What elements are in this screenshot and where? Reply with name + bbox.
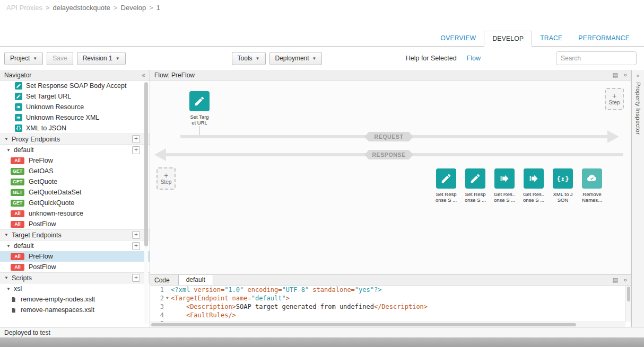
navigator-item-postflow[interactable]: AllPostFlow (0, 219, 150, 229)
group-xsl[interactable]: ▼xsl (0, 283, 150, 294)
save-button[interactable]: Save (47, 52, 73, 65)
item-label: unknown-resource (29, 210, 83, 217)
navigator-policy-unknown-resource[interactable]: Unknown Resource (0, 102, 150, 112)
navigator-item-preflow[interactable]: AllPreFlow (0, 155, 150, 166)
expand-panel-icon[interactable]: « (637, 73, 640, 78)
navigator-policy-set-response-soap-body-accept[interactable]: Set Response SOAP Body Accept (0, 81, 150, 91)
navigator-scrollbar[interactable] (144, 82, 148, 324)
tab-trace[interactable]: TRACE (532, 31, 570, 46)
collapse-down-icon[interactable]: « (622, 73, 628, 76)
help-for-selected-label: Help for Selected (406, 55, 457, 62)
method-badge: GET (11, 179, 24, 185)
code-line[interactable]: 2▼<TargetEndpoint name="default"> (150, 294, 631, 302)
plus-icon: + (612, 93, 616, 100)
section-scripts[interactable]: ▼Scripts+ (0, 272, 150, 283)
item-label: PostFlow (29, 220, 56, 228)
flow-step-arrow[interactable]: Get Res..onse S ... (491, 168, 518, 203)
chevron-down-icon: ▼ (116, 56, 120, 61)
breadcrumb-item-develop[interactable]: Develop (121, 4, 146, 12)
navigator-policy-set-target-url[interactable]: Set Target URL (0, 91, 150, 102)
code-lines: 1<?xml version="1.0" encoding="UTF-8" st… (150, 286, 631, 327)
code-text: <TargetEndpoint name="default"> (171, 294, 290, 302)
step-label: Get Res..onse S ... (494, 191, 515, 203)
flow-step-arrow[interactable]: Get Res..onse S ... (520, 168, 547, 203)
request-steps: Set Target URL (186, 91, 213, 126)
navigator-item-getquote[interactable]: GETGetQuote (0, 176, 150, 187)
navigator-item-remove-namespaces-xslt[interactable]: remove-namespaces.xslt (0, 305, 150, 315)
code-text: <?xml version="1.0" encoding="UTF-8" sta… (171, 286, 381, 294)
add-icon[interactable]: + (132, 146, 140, 154)
add-icon[interactable]: + (132, 135, 140, 143)
flow-step-check[interactable]: RemoveNames... (578, 168, 606, 203)
navigator-item-getquickquote[interactable]: GETGetQuickQuote (0, 198, 150, 208)
method-badge: All (11, 157, 24, 164)
flow-header: Flow: PreFlow ▤ « (150, 70, 631, 81)
navigator-item-postflow[interactable]: AllPostFlow (0, 262, 150, 272)
code-text: <FaultRules/> (171, 311, 236, 319)
navigator-item-remove-empty-nodes-xslt[interactable]: remove-empty-nodes.xslt (0, 294, 150, 305)
step-connector (199, 126, 200, 135)
line-number: 4 (150, 311, 164, 319)
method-badge: GET (11, 200, 24, 207)
group-title: xsl (14, 285, 22, 292)
scrollbar-thumb[interactable] (627, 287, 630, 301)
flow-canvas: + Step + Step REQUEST RESPONSE Set Targe… (150, 81, 631, 274)
tab-performance[interactable]: PERFORMANCE (570, 31, 638, 46)
tools-menu-button[interactable]: Tools ▼ (232, 52, 266, 65)
scrollbar-thumb[interactable] (144, 82, 148, 246)
response-label: RESPONSE (364, 150, 413, 159)
project-menu-label: Project (10, 55, 30, 62)
navigator-item-preflow[interactable]: AllPreFlow (0, 251, 150, 262)
add-icon[interactable]: + (132, 231, 140, 239)
breadcrumb-item-delayedstockquote[interactable]: delayedstockquote (53, 4, 110, 12)
add-icon[interactable]: + (132, 242, 140, 250)
add-step-label: Step (609, 100, 620, 105)
horizontal-scrollbar[interactable] (150, 322, 625, 327)
help-flow-link[interactable]: Flow (467, 55, 481, 62)
tab-bar-row: OVERVIEWDEVELOPTRACEPERFORMANCE (0, 15, 644, 47)
flow-step-pencil[interactable]: Set Target URL (186, 91, 213, 126)
item-label: GetQuote (29, 178, 57, 185)
code-line[interactable]: 4 <FaultRules/> (150, 311, 631, 319)
add-icon[interactable]: + (132, 274, 140, 282)
collapse-down-icon[interactable]: « (622, 278, 628, 281)
item-label: PreFlow (29, 157, 53, 164)
group-default[interactable]: ▼default+ (0, 241, 150, 251)
vertical-scrollbar[interactable] (625, 286, 631, 322)
panel-layout-icon[interactable]: ▤ (612, 72, 617, 78)
navigator-panel: Navigator « Set Response SOAP Body Accep… (0, 70, 150, 327)
scrollbar-thumb[interactable] (151, 323, 576, 326)
collapse-panel-icon[interactable]: « (142, 72, 145, 79)
search-input[interactable] (556, 51, 637, 65)
add-step-button-request[interactable]: + Step (605, 88, 624, 110)
project-menu-button[interactable]: Project ▼ (4, 52, 43, 65)
policy-label: XML to JSON (26, 124, 66, 132)
tab-overview[interactable]: OVERVIEW (433, 31, 484, 46)
panel-layout-icon[interactable]: ▤ (612, 277, 617, 283)
center-column: Flow: PreFlow ▤ « + Step + Step (150, 70, 631, 327)
navigator-item-unknown-resource[interactable]: Allunknown-resource (0, 208, 150, 219)
toolbar: Project ▼ Save Revision 1 ▼ Tools ▼ Depl… (0, 47, 644, 70)
section-proxy-endpoints[interactable]: ▼Proxy Endpoints+ (0, 134, 150, 145)
section-target-endpoints[interactable]: ▼Target Endpoints+ (0, 229, 150, 241)
navigator-policy-unknown-resource-xml[interactable]: Unknown Resource XML (0, 112, 150, 123)
group-default[interactable]: ▼default+ (0, 145, 150, 155)
breadcrumb-item-api-proxies[interactable]: API Proxies (6, 4, 42, 12)
tab-develop[interactable]: DEVELOP (484, 31, 532, 47)
code-line[interactable]: 3 <Description>SOAP target generated fro… (150, 302, 631, 311)
fold-toggle-icon[interactable]: ▼ (164, 294, 171, 302)
revision-menu-button[interactable]: Revision 1 ▼ (77, 52, 126, 65)
code-editor[interactable]: 1<?xml version="1.0" encoding="UTF-8" st… (150, 286, 631, 327)
navigator-item-getoas[interactable]: GETGetOAS (0, 166, 150, 176)
flow-step-pencil[interactable]: Set Response S ... (462, 168, 489, 203)
flow-step-braces[interactable]: {↕}XML to JSON (549, 168, 577, 203)
deployment-menu-button[interactable]: Deployment ▼ (269, 52, 323, 65)
navigator-policy-xml-to-json[interactable]: {}XML to JSON (0, 123, 150, 134)
add-step-button-response[interactable]: + Step (156, 167, 176, 190)
code-tab-default[interactable]: default (178, 274, 213, 285)
flow-step-pencil[interactable]: Set Response S ... (432, 168, 460, 203)
code-text: <Description>SOAP target generated from … (171, 302, 428, 311)
code-line[interactable]: 1<?xml version="1.0" encoding="UTF-8" st… (150, 286, 631, 294)
navigator-item-getquotedataset[interactable]: GETGetQuoteDataSet (0, 187, 150, 198)
property-inspector-strip[interactable]: « Property Inspector (631, 70, 644, 327)
